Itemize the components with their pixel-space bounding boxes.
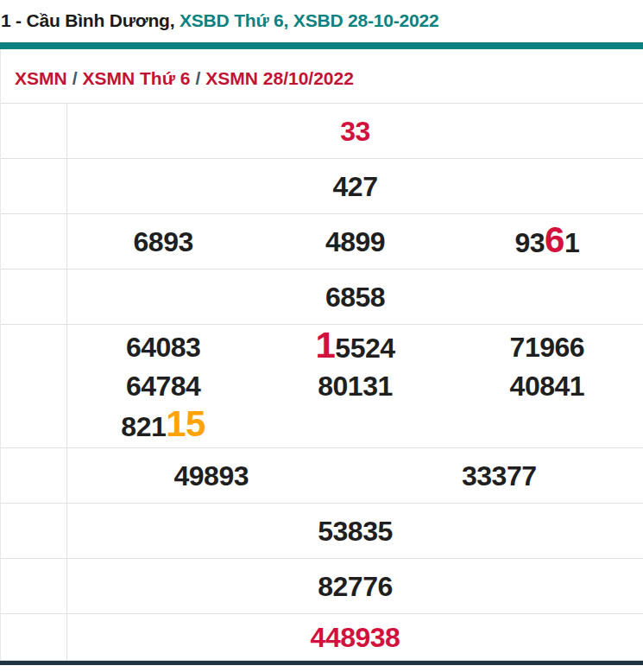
- prize-value: 33: [67, 112, 643, 150]
- prize-label: [1, 159, 67, 213]
- prize-value: 448938: [67, 618, 643, 656]
- prize-label: [1, 104, 67, 158]
- prize-values: 82776: [67, 559, 643, 613]
- highlighted-digits: 33: [340, 112, 370, 150]
- prize-label: [1, 325, 67, 447]
- digits: 427: [333, 168, 378, 206]
- title-link-weekday[interactable]: XSBD Thứ 6,: [180, 10, 288, 30]
- prize-value: 40841: [451, 367, 643, 405]
- prize-values: 427: [67, 159, 643, 213]
- bottom-border-bar: [0, 661, 643, 665]
- prize-label: [1, 214, 67, 269]
- digits: 53835: [318, 512, 392, 550]
- highlighted-digits: 1: [315, 326, 335, 365]
- digits: 80131: [318, 367, 392, 405]
- breadcrumb-link[interactable]: XSMN: [15, 68, 67, 88]
- prize-label: [1, 448, 67, 503]
- prize-values: 448938: [67, 614, 643, 660]
- prize-value: 9361: [451, 221, 643, 262]
- prize-value: 49893: [67, 457, 356, 495]
- breadcrumb: XSMN/XSMN Thứ 6/XSMN 28/10/2022: [1, 49, 643, 103]
- digits: 49893: [174, 457, 249, 495]
- highlighted-digits: 15: [166, 405, 205, 443]
- prize-label: [1, 269, 67, 324]
- digits: 33377: [462, 457, 536, 495]
- prize-values: 64083155247196664784801314084182115: [67, 325, 643, 447]
- digits: 40841: [510, 367, 584, 405]
- prize-value: 82115: [67, 405, 259, 446]
- prize-value: 53835: [67, 512, 643, 550]
- prize-value: 33377: [356, 457, 643, 495]
- table-row-g3: 4989333377: [1, 448, 643, 504]
- digits: 1: [564, 224, 579, 262]
- results-card: XSMN/XSMN Thứ 6/XSMN 28/10/2022 33427689…: [0, 49, 643, 661]
- prize-values: 6858: [67, 269, 643, 324]
- digits: 6858: [325, 278, 385, 316]
- digits: 64784: [126, 367, 200, 405]
- prize-value: 64083: [67, 328, 259, 366]
- table-row-db6: 448938: [1, 614, 643, 661]
- prize-value: 6858: [67, 278, 643, 316]
- digits: 4899: [325, 223, 385, 261]
- prize-value: 82776: [67, 567, 643, 605]
- table-row-g2: 53835: [1, 504, 643, 559]
- digits: 93: [514, 224, 545, 262]
- prize-value: 4899: [259, 223, 451, 261]
- prize-value: 6893: [67, 223, 259, 261]
- prize-values: 53835: [67, 504, 643, 558]
- table-row-g4: 64083155247196664784801314084182115: [1, 325, 643, 448]
- table-row-g5: 6858: [1, 269, 643, 325]
- digits: 5524: [335, 329, 394, 367]
- divider-bar: [0, 42, 643, 49]
- prize-value: 427: [67, 168, 643, 206]
- prize-value: 71966: [451, 328, 643, 366]
- title-text: 1 - Cầu Bình Dương,: [1, 10, 174, 30]
- prize-values: 689348999361: [67, 214, 643, 269]
- digits: 64083: [126, 328, 200, 366]
- digits: 82776: [318, 567, 392, 605]
- breadcrumb-separator: /: [67, 68, 83, 88]
- prize-values: 4989333377: [67, 448, 643, 503]
- table-row-g8: 33: [1, 104, 643, 159]
- table-row-g1: 82776: [1, 559, 643, 614]
- prize-values: 33: [67, 104, 643, 158]
- digits: 71966: [510, 328, 584, 366]
- prize-label: [1, 559, 67, 613]
- highlighted-digits: 448938: [311, 618, 400, 656]
- table-row-g6: 689348999361: [1, 214, 643, 269]
- results-table: 3342768934899936168586408315524719666478…: [1, 103, 643, 661]
- breadcrumb-separator: /: [190, 68, 205, 88]
- breadcrumb-link[interactable]: XSMN Thứ 6: [83, 68, 191, 88]
- breadcrumb-link[interactable]: XSMN 28/10/2022: [205, 68, 354, 88]
- prize-value: 80131: [259, 367, 451, 405]
- table-row-g7: 427: [1, 159, 643, 214]
- highlighted-digits: 6: [545, 221, 564, 259]
- prize-label: [1, 614, 67, 660]
- prize-label: [1, 504, 67, 558]
- prize-value: 64784: [67, 367, 259, 405]
- digits: 821: [121, 408, 166, 446]
- prize-value: 15524: [259, 326, 451, 367]
- page-title: 1 - Cầu Bình Dương, XSBD Thứ 6, XSBD 28-…: [0, 0, 643, 31]
- digits: 6893: [134, 223, 193, 261]
- title-link-date[interactable]: XSBD 28-10-2022: [293, 10, 439, 30]
